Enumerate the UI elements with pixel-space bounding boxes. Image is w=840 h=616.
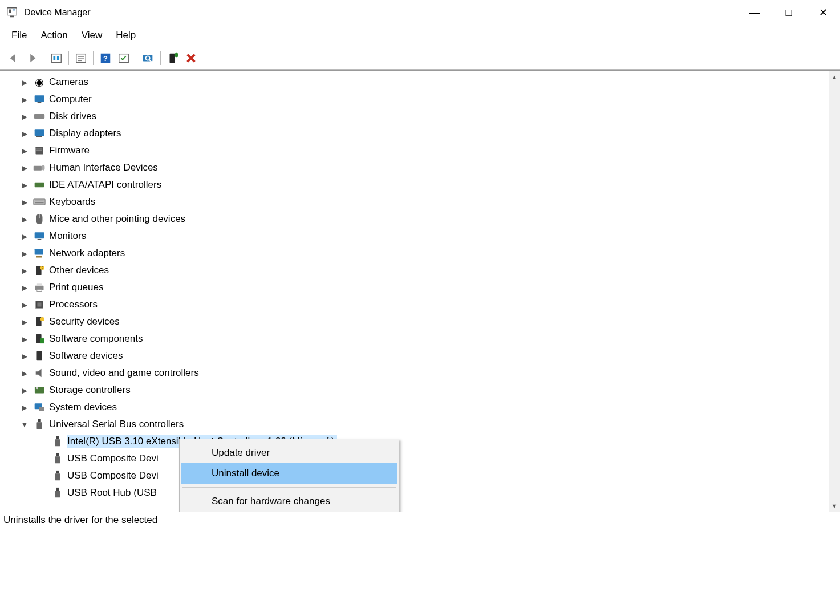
tree-item-label: USB Composite Devi — [67, 453, 159, 464]
expand-icon[interactable]: ▶ — [19, 164, 30, 172]
svg-rect-61 — [56, 436, 59, 439]
expand-icon[interactable]: ▶ — [19, 386, 30, 395]
svg-rect-32 — [35, 183, 44, 187]
tree-item-disk-drives[interactable]: ▶Disk drives — [19, 108, 840, 125]
scroll-up-icon[interactable]: ▲ — [829, 71, 840, 83]
tree-item-label: Storage controllers — [49, 384, 131, 396]
context-scan-hardware[interactable]: Scan for hardware changes — [181, 491, 397, 512]
svg-rect-26 — [35, 147, 43, 154]
enable-icon[interactable] — [164, 50, 182, 66]
tree-item-label: Human Interface Devices — [49, 162, 158, 173]
forward-button[interactable] — [23, 50, 41, 66]
expand-icon[interactable]: ▶ — [19, 215, 30, 224]
tree-item-monitors[interactable]: ▶Monitors — [19, 228, 840, 245]
tree-container: ▶◉Cameras ▶Computer ▶Disk drives ▶Displa… — [0, 70, 840, 512]
tree-item-ide[interactable]: ▶IDE ATA/ATAPI controllers — [19, 176, 840, 193]
menu-view[interactable]: View — [76, 29, 108, 42]
app-icon — [6, 6, 18, 19]
status-bar: Uninstalls the driver for the selected — [0, 512, 840, 528]
usb-icon — [51, 453, 64, 464]
tree-item-usb-root-hub[interactable]: USB Root Hub (USB — [51, 484, 840, 501]
tree-item-cameras[interactable]: ▶◉Cameras — [19, 74, 840, 91]
context-uninstall-device[interactable]: Uninstall device — [181, 463, 397, 484]
tree-item-keyboards[interactable]: ▶Keyboards — [19, 193, 840, 210]
scroll-down-icon[interactable]: ▼ — [829, 500, 840, 512]
context-update-driver[interactable]: Update driver — [181, 443, 397, 463]
help-icon[interactable]: ? — [96, 50, 115, 66]
tree-item-label: Mice and other pointing devices — [49, 213, 185, 225]
scan-icon[interactable] — [115, 50, 133, 66]
properties-icon[interactable] — [72, 50, 90, 66]
software-devices-icon — [33, 350, 46, 362]
expand-icon[interactable]: ▶ — [19, 198, 30, 206]
tree-item-software-devices[interactable]: ▶Software devices — [19, 347, 840, 364]
expand-icon[interactable]: ▶ — [19, 181, 30, 189]
expand-icon[interactable]: ▶ — [19, 283, 30, 292]
tree-item-usb-controllers[interactable]: ▼Universal Serial Bus controllers — [19, 416, 840, 433]
svg-rect-3 — [13, 10, 15, 11]
tree-item-hid[interactable]: ▶Human Interface Devices — [19, 159, 840, 176]
svg-rect-53 — [40, 338, 44, 343]
tree-item-label: Disk drives — [49, 111, 96, 122]
expand-icon[interactable]: ▶ — [19, 318, 30, 326]
menu-action[interactable]: Action — [35, 29, 73, 42]
expand-icon[interactable]: ▶ — [19, 249, 30, 258]
expand-icon[interactable]: ▶ — [19, 95, 30, 104]
tree-item-system-devices[interactable]: ▶System devices — [19, 399, 840, 416]
expand-icon[interactable]: ▶ — [19, 147, 30, 155]
maximize-button[interactable]: □ — [772, 0, 806, 25]
tree-item-label: Universal Serial Bus controllers — [49, 419, 184, 430]
tree-item-label: Cameras — [49, 76, 88, 88]
collapse-icon[interactable]: ▼ — [19, 420, 30, 429]
expand-icon[interactable]: ▶ — [19, 335, 30, 343]
storage-icon — [33, 384, 46, 396]
expand-icon[interactable]: ▶ — [19, 232, 30, 241]
vertical-scrollbar[interactable]: ▲ ▼ — [829, 71, 840, 512]
tree-item-intel-usb[interactable]: Intel(R) USB 3.10 eXtensible Host Contro… — [51, 433, 840, 450]
tree-item-sound[interactable]: ▶Sound, video and game controllers — [19, 364, 840, 382]
svg-rect-59 — [38, 419, 40, 422]
tree-item-print-queues[interactable]: ▶Print queues — [19, 279, 840, 296]
tree-item-software-components[interactable]: ▶Software components — [19, 330, 840, 347]
expand-icon[interactable]: ▶ — [19, 369, 30, 378]
back-button[interactable] — [5, 50, 23, 66]
show-hidden-icon[interactable] — [47, 50, 66, 66]
tree-item-display-adapters[interactable]: ▶Display adapters — [19, 125, 840, 142]
update-driver-icon[interactable] — [139, 50, 157, 66]
tree-item-firmware[interactable]: ▶Firmware — [19, 142, 840, 159]
tree-item-storage-controllers[interactable]: ▶Storage controllers — [19, 382, 840, 399]
svg-rect-47 — [37, 289, 42, 291]
tree-item-usb-composite-2[interactable]: USB Composite Devi — [51, 467, 840, 484]
tree-item-other-devices[interactable]: ▶?Other devices — [19, 262, 840, 279]
expand-icon[interactable]: ▶ — [19, 78, 30, 87]
tree-item-computer[interactable]: ▶Computer — [19, 91, 840, 108]
menu-help[interactable]: Help — [110, 29, 141, 42]
svg-point-56 — [36, 387, 39, 390]
svg-rect-64 — [55, 456, 60, 463]
expand-icon[interactable]: ▶ — [19, 301, 30, 309]
svg-rect-23 — [34, 114, 44, 119]
expand-icon[interactable]: ▶ — [19, 352, 30, 360]
ide-icon — [33, 179, 46, 191]
uninstall-icon[interactable] — [182, 50, 200, 66]
sound-icon — [33, 367, 46, 379]
tree-item-processors[interactable]: ▶Processors — [19, 296, 840, 313]
svg-rect-65 — [56, 471, 59, 473]
tree-item-security[interactable]: ▶Security devices — [19, 313, 840, 330]
close-button[interactable]: ✕ — [806, 0, 840, 25]
toolbar-separator — [136, 51, 136, 65]
tree-item-label: Security devices — [49, 316, 120, 327]
expand-icon[interactable]: ▶ — [19, 266, 30, 275]
computer-icon — [33, 94, 46, 105]
svg-rect-31 — [42, 165, 45, 170]
menu-file[interactable]: File — [6, 29, 33, 42]
tree-item-usb-composite-1[interactable]: USB Composite Devi — [51, 450, 840, 467]
tree-item-mice[interactable]: ▶Mice and other pointing devices — [19, 210, 840, 228]
svg-text:?: ? — [42, 266, 44, 270]
expand-icon[interactable]: ▶ — [19, 403, 30, 412]
expand-icon[interactable]: ▶ — [19, 129, 30, 138]
expand-icon[interactable]: ▶ — [19, 112, 30, 121]
mouse-icon — [33, 213, 46, 225]
tree-item-network[interactable]: ▶Network adapters — [19, 245, 840, 262]
minimize-button[interactable]: — — [737, 0, 772, 25]
